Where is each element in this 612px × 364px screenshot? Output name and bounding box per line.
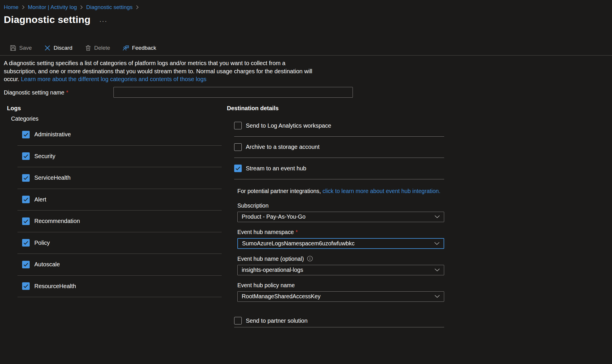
discard-x-icon: [44, 44, 51, 51]
checkmark-icon: [22, 131, 30, 138]
chevron-right-icon: [136, 5, 139, 10]
option-row-partner-solution: Send to partner solution: [234, 315, 444, 327]
required-asterisk: *: [296, 229, 298, 235]
event-hub-policy-label-text: Event hub policy name: [237, 282, 295, 289]
category-checkbox-alert[interactable]: [22, 196, 30, 203]
option-row-log-analytics: Send to Log Analytics workspace: [234, 115, 444, 137]
partner-integration-note: For potential partner integrations, clic…: [237, 188, 448, 195]
save-icon: [10, 44, 17, 51]
feedback-person-icon: [122, 44, 129, 51]
category-checkbox-resourcehealth[interactable]: [22, 282, 30, 290]
intro-line-3-prefix: occur.: [4, 76, 19, 82]
event-hub-policy-dropdown[interactable]: RootManageSharedAccessKey: [237, 291, 444, 302]
more-options-button[interactable]: ···: [99, 17, 107, 25]
feedback-button[interactable]: Feedback: [121, 43, 158, 53]
category-row-administrative: Administrative: [17, 124, 222, 146]
option-label: Archive to a storage account: [246, 144, 319, 150]
checkmark-icon: [22, 282, 30, 290]
event-hub-name-field: Event hub name (optional) insights-opera…: [237, 255, 448, 275]
category-checkbox-recommendation[interactable]: [22, 217, 30, 225]
discard-button-label: Discard: [54, 45, 72, 51]
category-label: Policy: [34, 240, 50, 246]
category-checkbox-servicehealth[interactable]: [22, 174, 30, 182]
intro-text: A diagnostic setting specifies a list of…: [4, 59, 312, 83]
event-hub-integration-link[interactable]: click to learn more about event hub inte…: [323, 188, 440, 194]
category-row-autoscale: Autoscale: [17, 254, 222, 276]
storage-account-checkbox[interactable]: [234, 143, 242, 151]
discard-button[interactable]: Discard: [42, 43, 74, 53]
event-hub-namespace-label-text: Event hub namespace: [237, 229, 294, 235]
chevron-down-icon: [434, 242, 440, 245]
checkmark-icon: [22, 196, 30, 203]
diagnostic-setting-name-label: Diagnostic setting name *: [4, 87, 68, 98]
save-button[interactable]: Save: [8, 43, 33, 53]
option-row-storage-account: Archive to a storage account: [234, 137, 444, 158]
breadcrumb-diagnostic-settings[interactable]: Diagnostic settings: [86, 4, 132, 10]
partner-solution-checkbox[interactable]: [234, 317, 242, 324]
event-hub-name-value: insights-operational-logs: [242, 267, 303, 273]
event-hub-namespace-dropdown[interactable]: SumoAzureLogsNamespacem6uzofwfuwbkc: [237, 238, 444, 249]
category-checkbox-policy[interactable]: [22, 239, 30, 247]
option-row-event-hub: Stream to an event hub: [234, 158, 444, 179]
save-button-label: Save: [19, 45, 32, 51]
chevron-down-icon: [435, 295, 440, 298]
diagnostic-setting-name-label-text: Diagnostic setting name: [4, 89, 64, 96]
log-analytics-checkbox[interactable]: [234, 122, 242, 129]
diagnostic-setting-page: Home Monitor | Activity log Diagnostic s…: [0, 0, 612, 364]
category-checkbox-security[interactable]: [22, 152, 30, 160]
category-row-policy: Policy: [17, 232, 222, 254]
categories-label: Categories: [11, 115, 222, 122]
chevron-down-icon: [435, 268, 440, 272]
category-label: ServiceHealth: [34, 174, 71, 181]
partner-note-prefix: For potential partner integrations,: [237, 188, 321, 194]
command-bar: Save Discard Delete Feedback: [8, 42, 158, 53]
subscription-label-text: Subscription: [237, 202, 268, 209]
category-label: Autoscale: [34, 261, 60, 268]
intro-line-3: occur. Learn more about the different lo…: [4, 75, 312, 83]
category-label: Security: [34, 153, 55, 160]
category-label: Administrative: [34, 131, 71, 138]
learn-more-link[interactable]: Learn more about the different log categ…: [21, 76, 207, 82]
chevron-right-icon: [80, 5, 83, 10]
option-label: Send to Log Analytics workspace: [246, 122, 331, 129]
subscription-field: Subscription Product - Pay-As-You-Go: [237, 202, 448, 222]
intro-line-2: subscription, and one or more destinatio…: [4, 67, 312, 76]
subscription-value: Product - Pay-As-You-Go: [242, 213, 305, 220]
category-row-resourcehealth: ResourceHealth: [17, 276, 222, 297]
category-checkbox-autoscale[interactable]: [22, 261, 30, 268]
category-label: Alert: [34, 196, 46, 203]
event-hub-name-label: Event hub name (optional): [237, 255, 448, 262]
intro-line-1: A diagnostic setting specifies a list of…: [4, 59, 312, 67]
checkmark-icon: [22, 261, 30, 268]
logs-heading: Logs: [7, 105, 222, 112]
subscription-dropdown[interactable]: Product - Pay-As-You-Go: [237, 212, 444, 222]
breadcrumb: Home Monitor | Activity log Diagnostic s…: [4, 4, 142, 10]
breadcrumb-monitor-activity-log[interactable]: Monitor | Activity log: [28, 4, 77, 10]
chevron-right-icon: [22, 5, 25, 10]
info-icon[interactable]: [307, 256, 313, 262]
delete-button[interactable]: Delete: [83, 43, 112, 53]
destination-details-heading: Destination details: [227, 105, 448, 112]
checkmark-icon: [234, 165, 242, 172]
checkmark-icon: [22, 174, 30, 182]
category-label: ResourceHealth: [34, 283, 76, 290]
event-hub-policy-label: Event hub policy name: [237, 282, 448, 289]
trash-icon: [85, 44, 92, 51]
category-row-alert: Alert: [17, 189, 222, 211]
event-hub-checkbox[interactable]: [234, 165, 242, 172]
page-title: Diagnostic setting: [4, 14, 90, 25]
categories-list: Administrative Security ServiceHealth Al…: [17, 124, 222, 297]
option-label: Send to partner solution: [246, 317, 307, 324]
category-row-security: Security: [17, 146, 222, 167]
feedback-button-label: Feedback: [132, 45, 156, 51]
event-hub-policy-value: RootManageSharedAccessKey: [242, 293, 321, 300]
checkmark-icon: [22, 239, 30, 247]
diagnostic-setting-name-input[interactable]: [113, 87, 353, 98]
checkmark-icon: [22, 152, 30, 160]
chevron-down-icon: [435, 215, 440, 218]
required-asterisk: *: [66, 89, 68, 96]
event-hub-name-dropdown[interactable]: insights-operational-logs: [237, 265, 444, 275]
event-hub-namespace-value: SumoAzureLogsNamespacem6uzofwfuwbkc: [242, 240, 355, 247]
breadcrumb-home[interactable]: Home: [4, 4, 19, 10]
category-checkbox-administrative[interactable]: [22, 131, 30, 138]
